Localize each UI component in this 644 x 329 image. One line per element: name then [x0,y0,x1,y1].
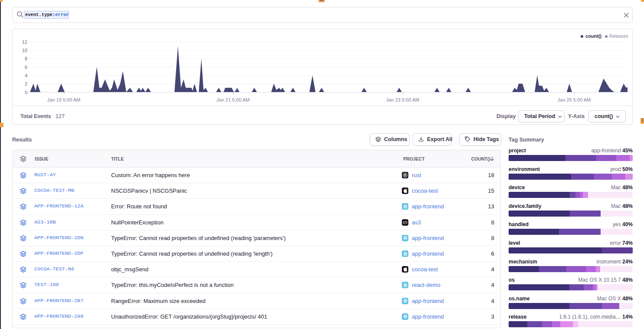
svg-text:R: R [404,174,406,177]
